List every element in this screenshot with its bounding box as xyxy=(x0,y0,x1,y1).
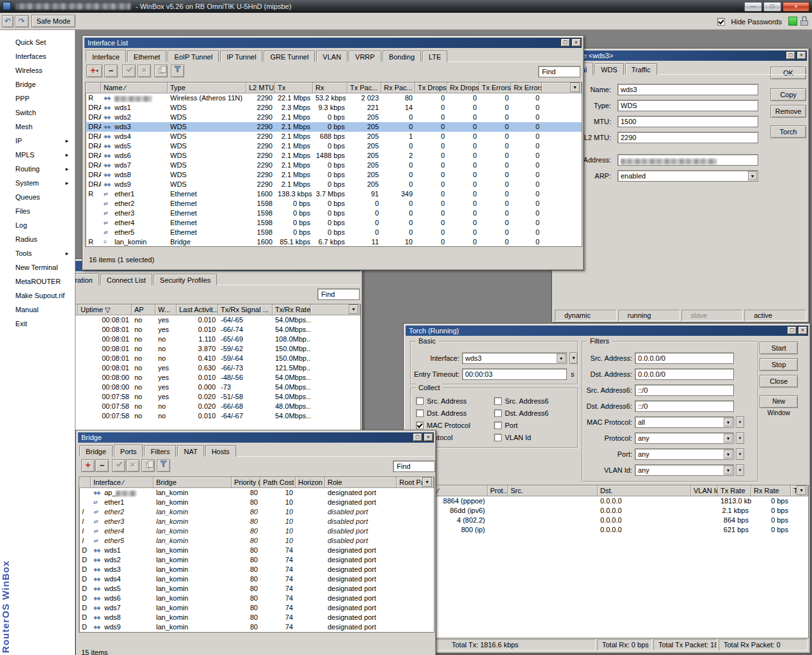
table-row[interactable]: 86dd (ipv6)0.0.0.02.1 kbps0 bps xyxy=(407,506,808,516)
tab-wds[interactable]: WDS xyxy=(594,63,624,75)
sidebar-item-ppp[interactable]: PPP xyxy=(0,91,74,106)
hide-passwords-checkbox[interactable] xyxy=(717,18,725,26)
column-header-flags[interactable] xyxy=(86,83,101,93)
table-row-00-07-58[interactable]: 00:07:58noyes0.020-51/-5854.0Mbps... xyxy=(76,392,360,402)
sidebar-item-system[interactable]: System▸ xyxy=(0,176,74,190)
name-input[interactable]: wds3 xyxy=(617,84,758,95)
column-header-horizon[interactable]: Horizon xyxy=(296,477,325,488)
torch-maximize-button[interactable]: □ xyxy=(787,326,797,335)
table-row-lan-komin[interactable]: R≡lan_kominBridge160085.1 kbps6.7 kbps11… xyxy=(86,237,582,247)
table-row-00-08-00[interactable]: 00:08:00noyes0.000-7354.0Mbps... xyxy=(76,383,360,392)
hide-passwords-control[interactable]: Hide Passwords xyxy=(717,15,782,28)
combo-arrow-icon[interactable]: ▾ xyxy=(724,418,733,427)
arp-select[interactable]: enabled▾ xyxy=(617,170,758,182)
sidebar-item-log[interactable]: Log xyxy=(0,218,74,232)
table-row-00-08-01[interactable]: 00:08:01noyes0.010-66/-7454.0Mbps... xyxy=(76,325,360,335)
sidebar-item-routing[interactable]: Routing▸ xyxy=(0,162,74,176)
table-row-wds6[interactable]: DRA◈◈wds6WDS22902.1 Mbps1488 bps20520000 xyxy=(86,151,582,161)
table-row-ether2[interactable]: I⇄ether2lan_komin8010disabled port xyxy=(79,507,434,517)
combo-arrow-icon[interactable]: ▾ xyxy=(748,171,757,180)
spinner-button[interactable]: ▾ xyxy=(736,464,744,476)
filter-input-port[interactable]: any▾ xyxy=(635,448,734,460)
bridge-find-input[interactable]: Find xyxy=(393,461,435,472)
column-header-tx-rx-rate[interactable]: Tx/Rx Rate xyxy=(273,304,311,315)
table-row-wds3[interactable]: D◈◈wds3lan_komin8074designated port xyxy=(79,565,434,574)
table-row-wds3[interactable]: DRA◈◈wds3WDS22902.1 Mbps0 bps20500000 xyxy=(86,122,582,132)
entry-timeout-input[interactable]: 00:00:03 xyxy=(462,368,567,380)
table-row-wds8[interactable]: D◈◈wds8lan_komin8074designated port xyxy=(79,613,434,622)
table-row-ether4[interactable]: I⇄ether4lan_komin8010disabled port xyxy=(79,526,434,536)
tab-vrrp[interactable]: VRRP xyxy=(349,51,381,62)
table-row-00-07-58[interactable]: 00:07:58nono0.010-64/-6754.0Mbps... xyxy=(76,411,360,421)
table-row-ether3[interactable]: I⇄ether3lan_komin8010disabled port xyxy=(79,517,434,526)
spinner-button[interactable]: ▾ xyxy=(736,432,744,444)
mtu-input[interactable]: 1500 xyxy=(617,116,758,127)
table-row-00-08-00[interactable]: 00:08:00noyes0.010-48/-5654.0Mbps... xyxy=(76,373,360,383)
tab-traffic[interactable]: Traffic xyxy=(625,63,657,75)
interface-list-maximize-button[interactable]: □ xyxy=(561,38,570,47)
table-row-wds1[interactable]: DRA◈◈wds1WDS22902.3 Mbps9.3 kbps22114000… xyxy=(86,103,582,113)
filter-button[interactable] xyxy=(157,459,170,472)
tab-ethernet[interactable]: Ethernet xyxy=(127,51,167,62)
column-header-bridge[interactable]: Bridge xyxy=(154,477,232,488)
table-row-ap[interactable]: ◈◈ap_lan_komin8010designated port xyxy=(79,488,434,498)
tab-bridge[interactable]: Bridge xyxy=(79,445,113,457)
tab-eoip-tunnel[interactable]: EoIP Tunnel xyxy=(168,51,219,62)
column-header-name[interactable]: Name ∕ xyxy=(101,83,168,93)
table-row[interactable]: 800 (ip)0.0.0.0621 bps0 bps xyxy=(407,525,808,535)
tab-security-profiles[interactable]: Security Profiles xyxy=(154,274,217,285)
checkbox-box[interactable] xyxy=(416,397,424,405)
disable-button[interactable]: × xyxy=(138,65,151,77)
sidebar-item-files[interactable]: Files xyxy=(0,204,74,218)
tab-nat[interactable]: NAT xyxy=(177,445,203,457)
filter-input-src-address[interactable]: 0.0.0.0/0 xyxy=(635,352,734,364)
filter-input-dst-address[interactable]: 0.0.0.0/0 xyxy=(635,368,734,380)
new-window-button[interactable]: New Window xyxy=(760,395,798,408)
column-header-path-cost[interactable]: Path Cost xyxy=(260,477,296,488)
combo-arrow-icon[interactable]: ▾ xyxy=(557,354,566,363)
checkbox-box[interactable] xyxy=(494,422,502,429)
checkbox-box[interactable] xyxy=(494,397,502,405)
torch-titlebar[interactable]: Torch (Running) □ × xyxy=(406,326,808,336)
filter-input-vlan-id[interactable]: any▾ xyxy=(635,464,734,476)
filter-input-protocol[interactable]: any▾ xyxy=(635,432,734,444)
sidebar-item-ip[interactable]: IP▸ xyxy=(0,134,74,148)
sidebar-item-queues[interactable]: Queues xyxy=(0,190,74,204)
tab-interface[interactable]: Interface xyxy=(86,50,126,63)
add-interface-button[interactable]: +▾ xyxy=(86,65,102,77)
table-row-ether4[interactable]: ⇄ether4Ethernet15980 bps0 bps000000 xyxy=(86,218,582,228)
remove-port-button[interactable]: − xyxy=(95,459,109,472)
redo-button[interactable]: ↷ xyxy=(15,15,29,28)
checkbox-box[interactable] xyxy=(416,422,424,429)
bridge-maximize-button[interactable]: □ xyxy=(413,433,422,441)
sidebar-item-new-terminal[interactable]: New Terminal xyxy=(0,260,74,274)
column-header-root-pat[interactable]: Root Pat... xyxy=(397,477,424,488)
checkbox-src-address6[interactable]: Src. Address6 xyxy=(494,396,548,406)
stop-button[interactable]: Stop xyxy=(760,358,798,371)
address-input[interactable] xyxy=(617,154,758,166)
table-row-00-08-01[interactable]: 00:08:01noyes0.630-66/-73121.5Mbp... xyxy=(76,363,360,373)
table-row-ether5[interactable]: ⇄ether5Ethernet15980 bps0 bps000000 xyxy=(86,228,582,237)
tab-filters[interactable]: Filters xyxy=(144,445,176,457)
column-header-tx-rate[interactable]: Tx Rate xyxy=(718,485,751,496)
tab-gre-tunnel[interactable]: GRE Tunnel xyxy=(264,51,315,62)
sidebar-item-make-supout-rif[interactable]: Make Supout.rif xyxy=(0,288,74,303)
column-header-tx-errors[interactable]: Tx Errors xyxy=(479,83,511,93)
column-header-w[interactable]: W... xyxy=(155,304,177,315)
table-row-wds7[interactable]: DRA◈◈wds7WDS22902.1 Mbps0 bps20500000 xyxy=(86,161,582,170)
interface-list-find-input[interactable]: Find xyxy=(538,66,580,77)
column-header-last-activit[interactable]: Last Activit... xyxy=(177,304,218,315)
table-row-wds6[interactable]: D◈◈wds6lan_komin8074designated port xyxy=(79,594,434,603)
filter-input-src-address6[interactable]: ::/0 xyxy=(635,384,734,396)
table-row-00-08-01[interactable]: 00:08:01nono0.410-59/-64150.0Mbp... xyxy=(76,354,360,363)
table-row-wds5[interactable]: DRA◈◈wds5WDS22902.1 Mbps0 bps20500000 xyxy=(86,141,582,151)
column-header-vlan-id[interactable]: VLAN Id xyxy=(691,485,718,496)
checkbox-box[interactable] xyxy=(494,409,502,417)
checkbox-src-address[interactable]: Src. Address xyxy=(416,396,466,406)
column-header-tx-rx-signal[interactable]: Tx/Rx Signal ... xyxy=(218,304,273,315)
sidebar-item-exit[interactable]: Exit xyxy=(0,317,74,331)
table-row-wds7[interactable]: D◈◈wds7lan_komin8074designated port xyxy=(79,603,434,613)
tab-connect-list[interactable]: Connect List xyxy=(100,274,152,285)
tab-bonding[interactable]: Bonding xyxy=(383,51,421,62)
column-header-uptime[interactable]: Uptime ▽ xyxy=(78,304,132,315)
